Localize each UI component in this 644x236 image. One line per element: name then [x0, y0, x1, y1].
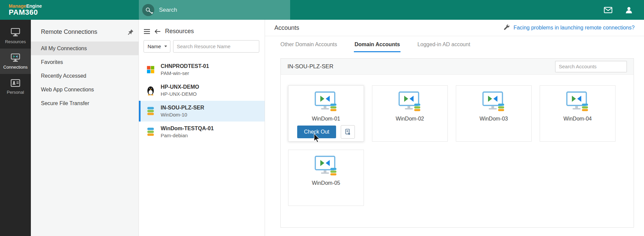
resources-header: Resources	[139, 20, 265, 40]
connections-list: All My Connections Favorites Recently Ac…	[31, 42, 139, 110]
connections-item-favorites[interactable]: Favorites	[31, 55, 139, 69]
topbar: ManageEngine PAM360	[0, 0, 644, 20]
remote-connections-panel: Remote Connections All My Connections Fa…	[31, 20, 139, 236]
document-arrow-icon	[344, 128, 352, 136]
main-layout: Resources Connections Personal Remote Co…	[0, 20, 644, 236]
brand-logo: ManageEngine PAM360	[0, 4, 42, 16]
accounts-header: Accounts Facing problems in launching re…	[265, 20, 644, 36]
resource-item[interactable]: CHNPRODTEST-01 PAM-win-ser	[139, 59, 265, 80]
resource-item[interactable]: HP-UNX-DEMO HP-UNX-DEMO	[139, 80, 265, 101]
remote-connections-title: Remote Connections	[41, 28, 124, 35]
tab-logged-in-ad-account[interactable]: Logged-in AD account	[417, 36, 471, 52]
rdp-monitor-icon	[313, 155, 339, 177]
resource-search-input[interactable]	[173, 40, 259, 53]
account-name: WinDom-04	[564, 116, 592, 122]
global-search-bar[interactable]	[139, 0, 290, 20]
account-name: WinDom-03	[480, 116, 508, 122]
tab-other-domain-accounts[interactable]: Other Domain Accounts	[280, 36, 338, 52]
accounts-panel: Accounts Facing problems in launching re…	[265, 20, 644, 236]
resource-filter-value: Name	[148, 44, 161, 49]
rdp-monitor-icon	[481, 91, 507, 112]
nav-item-label: Personal	[7, 90, 24, 95]
nav-item-resources[interactable]: Resources	[0, 23, 31, 49]
resource-description: Pam-debian	[161, 133, 214, 138]
rdp-monitor-icon	[397, 91, 423, 112]
account-card-actions: Check Out	[297, 125, 355, 139]
connections-item-recently-accessed[interactable]: Recently Accessed	[31, 69, 139, 83]
account-card-windom-05[interactable]: WinDom-05	[288, 150, 364, 206]
group-title: IN-SOU-PLZ-SER	[287, 63, 333, 70]
accounts-tabs: Other Domain Accounts Domain Accounts Lo…	[265, 36, 644, 52]
connections-item-web-app-connections[interactable]: Web App Connections	[31, 83, 139, 96]
account-card-windom-04[interactable]: WinDom-04	[540, 85, 615, 142]
resource-name: CHNPRODTEST-01	[161, 63, 209, 69]
brand-pam360: PAM360	[9, 8, 42, 16]
connections-item-all-my-connections[interactable]: All My Connections	[31, 42, 139, 55]
resource-name: HP-UNX-DEMO	[161, 84, 199, 90]
resources-panel: Resources Name CHNPRODTEST-01 PAM-win-se…	[139, 20, 265, 236]
resource-description: WinDom-10	[161, 112, 204, 117]
rdp-monitor-icon	[313, 91, 339, 112]
account-name: WinDom-01	[312, 116, 340, 122]
resource-item[interactable]: WinDom-TESTQA-01 Pam-debian	[139, 122, 265, 142]
resources-list: CHNPRODTEST-01 PAM-win-ser HP-UNX-DEMO H…	[139, 59, 265, 142]
personal-badge-icon	[10, 79, 20, 87]
wrench-icon	[503, 24, 510, 31]
resources-filter-row: Name	[139, 40, 265, 57]
nav-rail: Resources Connections Personal	[0, 20, 31, 236]
connections-item-secure-file-transfer[interactable]: Secure File Transfer	[31, 96, 139, 110]
search-scope-button[interactable]	[142, 4, 154, 16]
tab-domain-accounts[interactable]: Domain Accounts	[354, 36, 400, 52]
account-cards-grid: WinDom-01 Check Out WinDom-02 WinDom-03	[281, 75, 634, 217]
chevron-down-icon	[164, 46, 167, 47]
account-name: WinDom-02	[396, 116, 424, 122]
account-card-windom-03[interactable]: WinDom-03	[456, 85, 532, 142]
brand-engine-text: Engine	[26, 3, 42, 9]
accounts-title: Accounts	[274, 24, 299, 31]
resource-item-selected[interactable]: IN-SOU-PLZ-SER WinDom-10	[139, 101, 265, 122]
resource-name: IN-SOU-PLZ-SER	[161, 105, 204, 111]
troubleshoot-link[interactable]: Facing problems in launching remote conn…	[514, 25, 635, 31]
resource-name: WinDom-TESTQA-01	[161, 126, 214, 132]
global-search-input[interactable]	[159, 7, 270, 13]
collapse-arrow-left-icon[interactable]	[154, 29, 161, 34]
account-name: WinDom-05	[312, 180, 340, 186]
user-profile-icon[interactable]	[625, 6, 633, 14]
resource-filter-select[interactable]: Name	[144, 40, 170, 53]
linux-tux-icon	[145, 85, 156, 95]
menu-icon[interactable]	[144, 29, 150, 34]
brand-manageengine: ManageEngine	[9, 4, 42, 9]
database-stack-icon	[145, 106, 156, 116]
nav-item-label: Resources	[5, 39, 26, 44]
rdp-monitor-icon	[565, 91, 591, 112]
windows-icon	[145, 65, 156, 74]
resources-title: Resources	[165, 28, 194, 35]
database-stack-icon	[145, 127, 156, 137]
resource-description: PAM-win-ser	[161, 70, 209, 76]
nav-item-personal[interactable]: Personal	[0, 74, 31, 99]
chevron-down-icon	[151, 12, 153, 14]
resource-text: IN-SOU-PLZ-SER WinDom-10	[161, 105, 204, 117]
pin-icon[interactable]	[127, 29, 134, 35]
remote-connections-header: Remote Connections	[31, 20, 139, 42]
topbar-actions	[604, 6, 644, 14]
resources-monitor-icon	[10, 28, 20, 37]
accounts-group-header: IN-SOU-PLZ-SER	[281, 59, 634, 75]
account-card-windom-01[interactable]: WinDom-01 Check Out	[288, 85, 364, 142]
connections-icon	[10, 53, 20, 62]
mail-icon[interactable]	[604, 7, 612, 13]
brand-manage-text: Manage	[9, 3, 26, 9]
resource-description: HP-UNX-DEMO	[161, 91, 199, 97]
accounts-group-box: IN-SOU-PLZ-SER WinDom-01 Check Out	[280, 58, 634, 228]
resource-text: CHNPRODTEST-01 PAM-win-ser	[161, 63, 209, 76]
account-search-input[interactable]	[555, 61, 627, 72]
help-link-group: Facing problems in launching remote conn…	[503, 24, 635, 31]
check-out-button[interactable]: Check Out	[297, 126, 336, 138]
account-card-windom-02[interactable]: WinDom-02	[372, 85, 448, 142]
resource-text: WinDom-TESTQA-01 Pam-debian	[161, 126, 214, 138]
resource-text: HP-UNX-DEMO HP-UNX-DEMO	[161, 84, 199, 97]
nav-item-label: Connections	[3, 65, 28, 70]
connection-details-button[interactable]	[341, 125, 355, 139]
nav-item-connections[interactable]: Connections	[0, 49, 31, 74]
